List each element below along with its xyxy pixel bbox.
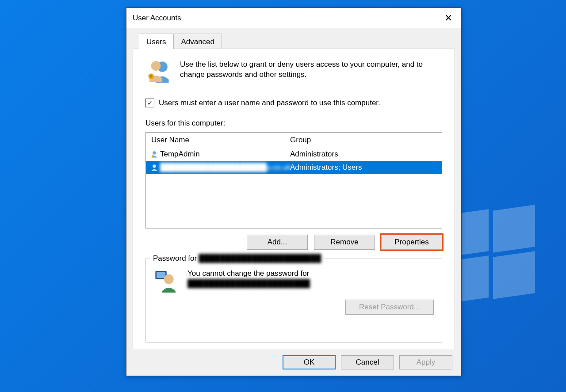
- users-list-label: Users for this computer:: [145, 119, 442, 128]
- tab-strip: Users Advanced: [139, 34, 455, 49]
- user-row-icon: [146, 150, 158, 158]
- svg-point-3: [150, 75, 152, 77]
- user-buttons-row: Add... Remove Properties: [145, 235, 442, 250]
- user-row[interactable]: ████████████████████p.co.uk Administrato…: [146, 161, 442, 174]
- user-accounts-icon: [145, 58, 171, 85]
- require-password-label: Users must enter a user name and passwor…: [159, 99, 380, 107]
- ok-button[interactable]: OK: [283, 355, 336, 369]
- svg-point-5: [152, 155, 154, 157]
- password-groupbox: Password for ███████████████████████ You: [145, 259, 442, 343]
- require-password-checkbox[interactable]: ✓: [145, 99, 154, 107]
- dialog-footer: OK Cancel Apply: [126, 349, 461, 376]
- user-row-username: ████████████████████p.co.uk: [158, 163, 288, 172]
- column-header-user[interactable]: User Name: [146, 136, 288, 145]
- apply-button: Apply: [399, 355, 452, 369]
- dialog-body: Users Advanced Use the list below to gra…: [126, 28, 461, 349]
- require-password-row[interactable]: ✓ Users must enter a user name and passw…: [145, 99, 442, 107]
- users-list-header[interactable]: User Name Group: [146, 133, 442, 148]
- user-accounts-dialog: User Accounts ✕ Users Advanced: [126, 8, 462, 376]
- tab-advanced[interactable]: Advanced: [173, 34, 222, 49]
- user-row[interactable]: TempAdmin Administrators: [146, 148, 442, 161]
- properties-button[interactable]: Properties: [381, 235, 442, 250]
- password-groupbox-legend: Password for ███████████████████████: [150, 254, 324, 263]
- remove-button[interactable]: Remove: [314, 235, 375, 250]
- dialog-title: User Accounts: [133, 14, 181, 23]
- password-text: You cannot change the password for █████…: [187, 269, 310, 289]
- tab-users[interactable]: Users: [139, 34, 173, 49]
- intro-text: Use the list below to grant or deny user…: [180, 58, 442, 85]
- svg-rect-8: [157, 272, 165, 278]
- user-row-icon: [146, 164, 158, 171]
- tab-panel-users: Use the list below to grant or deny user…: [133, 49, 455, 349]
- user-row-username: TempAdmin: [158, 150, 288, 159]
- svg-point-9: [164, 274, 174, 284]
- column-header-group[interactable]: Group: [288, 136, 436, 145]
- user-row-group: Administrators: [288, 150, 442, 159]
- users-listbox[interactable]: User Name Group TempAdmin Administrators: [145, 132, 442, 228]
- close-button[interactable]: ✕: [442, 12, 455, 24]
- user-row-group: Administrators; Users: [288, 163, 442, 172]
- cancel-button[interactable]: Cancel: [341, 355, 394, 369]
- titlebar[interactable]: User Accounts ✕: [126, 8, 461, 28]
- svg-point-6: [153, 164, 156, 168]
- svg-point-1: [151, 61, 161, 71]
- intro-section: Use the list below to grant or deny user…: [145, 58, 442, 85]
- svg-point-4: [153, 151, 156, 155]
- reset-password-button: Reset Password...: [345, 300, 434, 315]
- password-user-icon: [154, 269, 178, 294]
- add-button[interactable]: Add...: [247, 235, 308, 250]
